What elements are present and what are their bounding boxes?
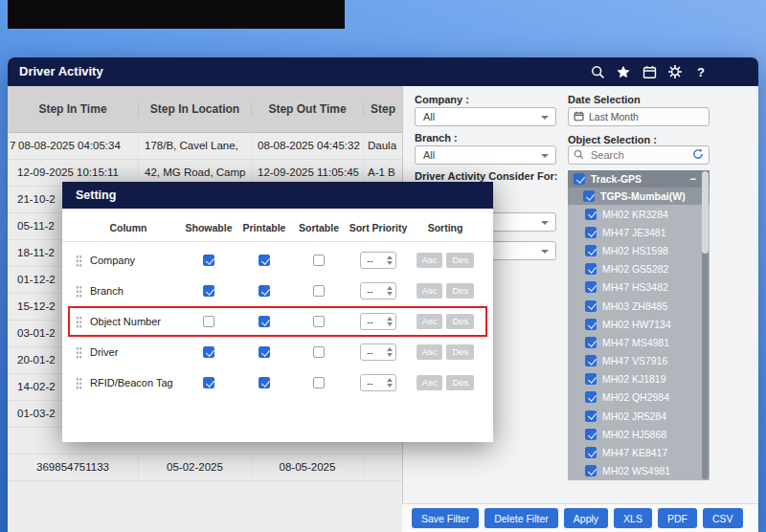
showable-checkbox[interactable] bbox=[203, 255, 214, 266]
checkbox[interactable] bbox=[585, 410, 597, 422]
showable-checkbox[interactable] bbox=[203, 285, 214, 297]
object-item[interactable]: MH02 HS1598 bbox=[568, 241, 710, 259]
sort-priority-select[interactable]: -- bbox=[360, 344, 396, 361]
printable-checkbox[interactable] bbox=[259, 255, 270, 266]
drag-handle-icon[interactable] bbox=[76, 377, 82, 389]
des-button[interactable]: Des bbox=[446, 314, 474, 329]
checkbox[interactable] bbox=[585, 245, 597, 256]
object-item[interactable]: MH47 VS7916 bbox=[568, 352, 710, 370]
object-item[interactable]: MH47 MS4981 bbox=[568, 333, 710, 351]
sort-priority-select[interactable]: -- bbox=[360, 313, 396, 330]
showable-checkbox[interactable] bbox=[203, 377, 214, 388]
cell-date-2: 08-05-2025 bbox=[251, 454, 363, 480]
drag-handle-icon[interactable] bbox=[76, 285, 82, 298]
sort-priority-select[interactable]: -- bbox=[360, 282, 396, 299]
printable-checkbox[interactable] bbox=[259, 316, 270, 327]
des-button[interactable]: Des bbox=[446, 253, 474, 268]
checkbox[interactable] bbox=[585, 319, 597, 330]
gear-icon[interactable] bbox=[667, 64, 683, 79]
asc-button[interactable]: Asc bbox=[417, 314, 443, 329]
date-range-picker[interactable]: Last Month bbox=[568, 107, 710, 126]
asc-button[interactable]: Asc bbox=[417, 375, 443, 390]
scrollbar-thumb[interactable] bbox=[702, 171, 709, 254]
printable-checkbox[interactable] bbox=[259, 285, 270, 297]
table-row[interactable]: 369854751133 05-02-2025 08-05-2025 bbox=[8, 454, 402, 481]
object-item[interactable]: MH02 WS4981 bbox=[568, 462, 710, 480]
checkbox[interactable] bbox=[585, 227, 597, 238]
csv-export-button[interactable]: CSV bbox=[703, 508, 743, 528]
sortable-checkbox[interactable] bbox=[313, 316, 325, 327]
checkbox[interactable] bbox=[583, 190, 595, 202]
sort-priority-select[interactable]: -- bbox=[360, 374, 396, 391]
printable-checkbox[interactable] bbox=[259, 377, 270, 388]
drag-handle-icon[interactable] bbox=[76, 316, 82, 328]
checkbox[interactable] bbox=[585, 355, 597, 366]
stepper-icon[interactable] bbox=[387, 286, 393, 296]
checkbox[interactable] bbox=[585, 209, 597, 220]
star-icon[interactable] bbox=[616, 64, 631, 79]
checkbox[interactable] bbox=[585, 391, 597, 403]
save-filter-button[interactable]: Save Filter bbox=[412, 508, 479, 528]
date-selection-label: Date Selection bbox=[568, 94, 641, 105]
des-button[interactable]: Des bbox=[446, 375, 474, 390]
object-item[interactable]: MH02 JR5284 bbox=[568, 407, 710, 425]
checkbox[interactable] bbox=[585, 300, 597, 312]
delete-filter-button[interactable]: Delete Filter bbox=[484, 508, 558, 528]
showable-checkbox[interactable] bbox=[203, 346, 214, 358]
search-icon[interactable] bbox=[590, 64, 605, 79]
object-item[interactable]: MH02 HJ5868 bbox=[568, 425, 710, 443]
asc-button[interactable]: Asc bbox=[417, 344, 443, 360]
tree-root-track-gps[interactable]: Track-GPS − bbox=[568, 170, 710, 188]
asc-button[interactable]: Asc bbox=[417, 283, 443, 299]
object-item[interactable]: MH02 HW7134 bbox=[568, 315, 710, 333]
sortable-checkbox[interactable] bbox=[313, 285, 325, 297]
checkbox[interactable] bbox=[574, 173, 585, 185]
des-button[interactable]: Des bbox=[446, 344, 474, 360]
printable-checkbox[interactable] bbox=[259, 346, 270, 358]
table-header-row: Step In Time Step In Location Step Out T… bbox=[8, 86, 402, 133]
object-item[interactable]: MH47 KE8417 bbox=[568, 443, 710, 461]
showable-checkbox[interactable] bbox=[203, 316, 214, 327]
object-item[interactable]: MH47 JE3481 bbox=[568, 223, 710, 241]
refresh-icon[interactable] bbox=[692, 146, 704, 164]
cell-date-1: 05-02-2025 bbox=[138, 454, 251, 480]
stepper-icon[interactable] bbox=[387, 378, 393, 388]
object-item[interactable]: MH02 QH2984 bbox=[568, 388, 710, 407]
sortable-checkbox[interactable] bbox=[313, 346, 325, 358]
sortable-checkbox[interactable] bbox=[313, 377, 325, 388]
sort-priority-select[interactable]: -- bbox=[360, 252, 396, 269]
pdf-export-button[interactable]: PDF bbox=[658, 508, 697, 528]
checkbox[interactable] bbox=[585, 447, 597, 458]
stepper-icon[interactable] bbox=[387, 317, 393, 326]
object-item[interactable]: MH02 GS5282 bbox=[568, 260, 710, 278]
sortable-checkbox[interactable] bbox=[313, 255, 325, 266]
branch-select[interactable]: All bbox=[415, 145, 556, 165]
company-select[interactable]: All bbox=[415, 107, 556, 126]
des-button[interactable]: Des bbox=[446, 283, 474, 299]
checkbox[interactable] bbox=[585, 337, 597, 348]
help-icon[interactable]: ? bbox=[693, 64, 709, 79]
scrollbar-track[interactable] bbox=[702, 171, 709, 479]
checkbox[interactable] bbox=[585, 429, 597, 440]
xls-export-button[interactable]: XLS bbox=[614, 508, 652, 528]
calendar-icon[interactable] bbox=[642, 64, 657, 79]
checkbox[interactable] bbox=[585, 281, 597, 293]
object-item[interactable]: MH47 HS3482 bbox=[568, 278, 710, 297]
object-item[interactable]: MH03 ZH8485 bbox=[568, 297, 710, 315]
asc-button[interactable]: Asc bbox=[417, 253, 443, 268]
object-item[interactable]: MH02 KJ1819 bbox=[568, 370, 710, 388]
object-item[interactable]: MH02 KR3284 bbox=[568, 205, 710, 223]
tree-group-tgps-mumbai[interactable]: TGPS-Mumbai(W) bbox=[568, 188, 710, 205]
stepper-icon[interactable] bbox=[387, 255, 393, 265]
collapse-icon[interactable]: − bbox=[689, 174, 696, 184]
stepper-icon[interactable] bbox=[387, 347, 393, 357]
setting-modal-title: Setting bbox=[76, 188, 116, 202]
checkbox[interactable] bbox=[585, 263, 597, 275]
object-search-input[interactable] bbox=[589, 148, 687, 162]
apply-button[interactable]: Apply bbox=[564, 508, 608, 528]
drag-handle-icon[interactable] bbox=[76, 346, 82, 359]
drag-handle-icon[interactable] bbox=[76, 255, 82, 267]
table-row[interactable]: 7 08-08-2025 04:05:34 178/B, Cavel Lane,… bbox=[8, 132, 402, 160]
checkbox[interactable] bbox=[585, 465, 597, 477]
checkbox[interactable] bbox=[585, 373, 597, 385]
